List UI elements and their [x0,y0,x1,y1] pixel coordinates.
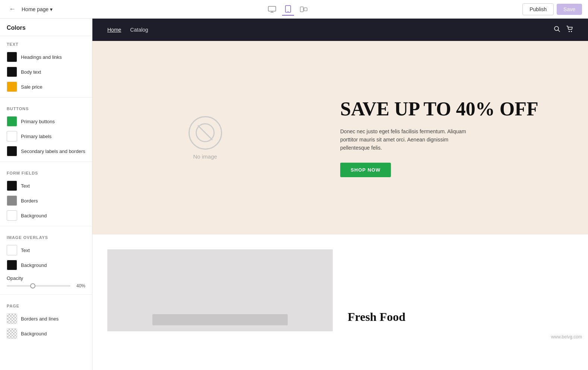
color-name-overlay-text: Text [21,248,30,253]
main-layout: Colors TEXT Headings and links Body text… [0,19,588,370]
color-row-primary-buttons[interactable]: Primary buttons [0,114,92,129]
nav-home[interactable]: Home [107,27,121,33]
store-header: Home Catalog [92,19,588,41]
hero-description: Donec nec justo eget felis facilisis fer… [340,127,474,152]
preview-area: Home Catalog [92,19,588,370]
svg-line-12 [198,125,212,140]
back-button[interactable]: ← [6,4,19,15]
divider-overlay-page [0,294,92,295]
hero-left: No image [92,41,318,235]
hero-title: SAVE UP TO 40% OFF [340,98,566,119]
color-name-sale: Sale price [21,84,42,90]
desktop-view-button[interactable] [265,4,279,15]
store-nav: Home Catalog [107,27,148,33]
color-row-page-borders[interactable]: Borders and lines [0,311,92,326]
chevron-down-icon: ▾ [50,6,53,12]
color-name-primary-labels: Primary labels [21,134,51,139]
color-row-overlay-text[interactable]: Text [0,243,92,258]
cart-icon[interactable] [566,26,573,34]
color-name-primary-buttons: Primary buttons [21,119,55,124]
watermark: www.belvg.com [92,331,588,342]
sidebar-title: Colors [0,19,92,36]
svg-rect-5 [300,7,303,12]
color-row-secondary-labels[interactable]: Secondary labels and borders [0,144,92,159]
divider-text-buttons [0,97,92,98]
opacity-slider[interactable] [7,285,70,287]
tablet-icon [285,5,291,13]
color-name-body: Body text [21,69,41,75]
color-swatch-body [7,67,17,77]
color-name-overlay-bg: Background [21,262,47,268]
product-card [107,249,333,331]
color-row-page-bg[interactable]: Background [0,326,92,341]
color-row-form-text[interactable]: Text [0,178,92,193]
publish-button[interactable]: Publish [522,3,554,15]
color-swatch-overlay-bg [7,260,17,270]
color-swatch-primary-labels [7,131,17,141]
color-name-headings: Headings and links [21,54,62,60]
svg-line-8 [558,30,560,32]
hero-section: No image SAVE UP TO 40% OFF Donec nec ju… [92,41,588,235]
color-row-form-bg[interactable]: Background [0,208,92,223]
color-swatch-sale [7,82,17,92]
color-swatch-page-borders [7,313,17,324]
svg-rect-0 [268,6,276,11]
svg-rect-6 [304,7,307,10]
color-name-form-borders: Borders [21,198,38,204]
color-name-form-bg: Background [21,213,47,219]
color-name-secondary-labels: Secondary labels and borders [21,149,85,154]
color-row-sale[interactable]: Sale price [0,79,92,94]
color-swatch-form-borders [7,195,17,206]
page-selector[interactable]: Home page ▾ [22,6,53,12]
color-name-page-borders: Borders and lines [21,316,59,322]
sidebar: Colors TEXT Headings and links Body text… [0,19,92,370]
product-title-right: Fresh Food [348,310,573,324]
color-row-headings[interactable]: Headings and links [0,50,92,64]
no-image-placeholder: No image [189,116,222,160]
hero-right: SAVE UP TO 40% OFF Donec nec justo eget … [318,41,588,235]
product-image-placeholder [107,249,333,331]
view-switcher [265,3,310,16]
nav-catalog[interactable]: Catalog [130,27,148,33]
color-row-primary-labels[interactable]: Primary labels [0,129,92,144]
mobile-icon [300,6,307,13]
divider-buttons-form [0,162,92,162]
color-row-body[interactable]: Body text [0,64,92,79]
product-info-right: Fresh Food [348,249,573,331]
mobile-view-button[interactable] [297,4,310,15]
color-swatch-overlay-text [7,245,17,255]
search-icon[interactable] [554,26,560,34]
top-bar: ← Home page ▾ Publish S [0,0,588,19]
color-swatch-page-bg [7,328,17,339]
color-swatch-form-bg [7,210,17,221]
section-label-overlays: IMAGE OVERLAYS [0,229,92,243]
save-button[interactable]: Save [557,4,582,15]
color-swatch-primary-buttons [7,116,17,127]
opacity-value: 40% [73,283,85,288]
top-bar-left: ← Home page ▾ [6,4,53,15]
second-section: Fresh Food [92,235,588,331]
no-image-icon [189,116,222,150]
color-swatch-form-text [7,181,17,191]
product-image-inner [152,314,288,325]
shop-now-button[interactable]: SHOP NOW [340,163,391,177]
opacity-label: Opacity [7,275,85,281]
svg-point-4 [288,11,288,12]
desktop-icon [268,6,276,13]
color-swatch-headings [7,52,17,62]
color-row-overlay-bg[interactable]: Background [0,258,92,272]
color-name-page-bg: Background [21,331,47,336]
section-label-text: TEXT [0,36,92,50]
opacity-row: Opacity 40% [0,272,92,291]
page-label: Home page [22,6,48,12]
preview-scroll[interactable]: Home Catalog [92,19,588,370]
svg-point-9 [569,31,570,32]
preview-frame: Home Catalog [92,19,588,370]
section-label-buttons: BUTTONS [0,101,92,114]
slider-row: 40% [7,283,85,288]
color-swatch-secondary-labels [7,146,17,156]
color-row-form-borders[interactable]: Borders [0,193,92,208]
tablet-view-button[interactable] [282,3,294,16]
no-image-text: No image [193,153,217,160]
top-bar-right: Publish Save [522,3,582,15]
